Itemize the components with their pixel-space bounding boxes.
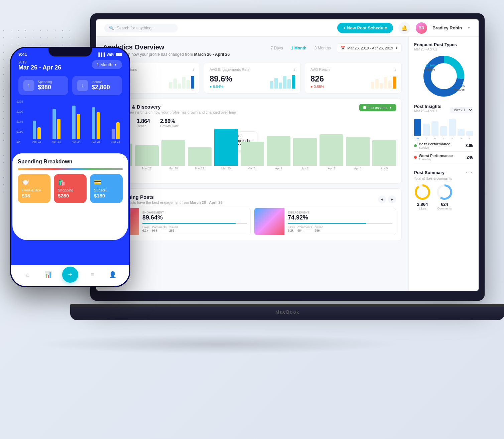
phone-notch [48,48,92,56]
comments-summary: 624 Comments [436,184,453,210]
reach-change: ●0.86% [310,85,324,89]
chart-bar-group: Mar 30 [214,129,238,170]
week-labels: M T W T F S S [414,137,473,140]
right-sidebar: Frequent Post Types Mar 26 - Apr 01 [408,37,479,291]
phone-body: 9:41 ▐▐▐ WiFi ▮▮▮ 2019 Mar 26 - Apr 26 1… [10,47,130,287]
info-icon-2: ℹ [293,67,295,72]
best-perf-value: 8.6k [466,143,473,148]
search-input[interactable]: Search for anything... [117,26,155,30]
chart-bar-group: Mar 27 [135,145,159,170]
likes-summary: 2.864 Likes [414,184,431,210]
engagement-change: ●8.64% [210,85,232,89]
signal-icon: ▐▐▐ [97,52,105,56]
search-bar[interactable]: 🔍 Search for anything... [104,24,178,32]
growth-chart: Mar 30, 2019 2.086 Impressions 1.984 Rea… [109,131,396,178]
posts-grid: ENGAGEMENT 89.64% Likes6.2k Comments984 … [109,208,396,235]
date-range-button[interactable]: 📅 Mar 26, 2019 - Apr 26, 2019 ▼ [337,43,402,52]
week-bars [414,119,473,136]
info-icon: ℹ [193,67,194,72]
income-icon: ↓ [77,80,88,91]
date-controls: 7 Days 1 Month 3 Months 📅 Mar 26, 2019 -… [268,43,402,52]
phone-chart-bars: Apr 22 Apr 23 Apr 24 [16,100,124,143]
phone-time: 9:41 [18,52,27,57]
performing-posts-section: r Performing Posts ee which 4 posts have… [103,188,402,241]
chevron-down-icon: ▼ [395,46,398,50]
summary-charts: 2.864 Likes 624 Comments [414,184,473,210]
period-1month[interactable]: 1 Month [289,44,308,52]
stats-row: AVG Impressions ℹ …648 ▲4% [103,62,402,94]
phone-period-button[interactable]: 1 Month ▼ [92,60,122,69]
worst-perf-value: 246 [467,155,473,160]
phone-chart: $225 $200 $175 $150 $0 Apr 22 [11,100,129,153]
chevron-down-icon-phone: ▼ [114,63,117,66]
svg-point-5 [416,185,429,199]
content-area: Analytics Overview See insights on how y… [96,37,408,291]
next-post-arrow[interactable]: ▶ [388,195,396,203]
post-insights: Post Insights Mar 26 - Apr 01 Week 1 [414,104,473,163]
chart-bar-group: Mar 31 [241,142,264,170]
phone-device: 9:41 ▐▐▐ WiFi ▮▮▮ 2019 Mar 26 - Apr 26 1… [10,47,130,287]
spending-card: ↑ Spending $980 [18,76,68,95]
phone-nav-chart[interactable]: 📊 [42,269,54,281]
phone-screen: 9:41 ▐▐▐ WiFi ▮▮▮ 2019 Mar 26 - Apr 26 1… [11,48,129,286]
subscription-category: 💳 Subscri... $180 [90,174,123,203]
chevron-down-icon-2: ▼ [389,106,392,109]
impressions-filter-button[interactable]: Impressions ▼ [359,104,396,111]
calendar-icon: 📅 [341,46,345,50]
chart-bar-group: Apr 4 [346,137,370,170]
notification-icon[interactable]: 🔔 [398,22,410,34]
svg-point-3 [434,66,454,86]
week-select[interactable]: Week 1 [450,107,473,113]
shopping-category: 🛍️ Shopping $280 [54,174,87,203]
chart-bar-group: Apr 2 [293,138,317,170]
period-3months[interactable]: 3 Months [312,44,333,52]
post2-meta: Likes6.2k Comments984 Saved286 [288,226,392,232]
income-value: $2,860 [92,84,110,91]
user-name: Bradley Robin [432,25,462,30]
laptop-shadow [33,334,401,354]
best-performance-row: Best Performance Sunday 8.6k [414,140,473,152]
period-7days[interactable]: 7 Days [268,44,285,52]
new-post-button[interactable]: + New Post Schedule [337,23,393,33]
wifi-icon: WiFi [107,52,114,56]
post-nav-arrows: ◀ ▶ [378,195,396,203]
phone-date-range: Mar 26 - Apr 26 [18,64,61,71]
info-icon-3: ℹ [394,67,396,72]
phone-chart-y-labels: $225 $200 $175 $150 $0 [16,100,23,143]
food-icon: 🍽️ [22,179,46,186]
engagement-mini-chart [270,75,295,89]
reach-mini-chart [371,75,396,89]
chart-bar-group: Mar 28 [161,140,185,170]
growth-stat-reach: 1.864 Reach [137,118,150,128]
spending-icon: ↑ [23,80,34,91]
donut-videos-label: 27.36% Videos [425,64,436,71]
spending-categories: 🍽️ Food & Bev. $98 🛍️ Shopping $280 💳 Su… [18,174,123,203]
growth-stat-rate: 2.86% Growth Rate [160,118,179,128]
user-dropdown-icon[interactable]: ▼ [467,26,471,30]
post1-meta: Likes6.2k Comments984 Saved286 [142,226,247,232]
stat-card-engagement: AVG Engagements Rate ℹ 89.6% ●8.64% [204,62,301,94]
laptop-bezel: 🔍 Search for anything... + New Post Sche… [90,13,485,301]
growth-section: e Growth & Discovery nts on how See insi… [103,98,402,184]
posts-header: r Performing Posts ee which 4 posts have… [109,194,396,204]
prev-post-arrow[interactable]: ◀ [378,195,386,203]
spending-breakdown-bar [18,168,123,170]
chart-bar-group: Apr 1 [267,136,290,170]
phone-bottom-area: Spending Breakdown 🍽️ Food & Bev. $98 🛍️… [12,153,128,240]
search-icon: 🔍 [109,26,114,30]
summary-more-icon[interactable]: ··· [466,169,473,175]
phone-nav: ⌂ 📊 + ≡ 👤 [11,265,129,286]
phone-nav-add[interactable]: + [62,267,78,283]
avatar: BR [416,22,427,34]
laptop-screen: 🔍 Search for anything... + New Post Sche… [96,19,479,291]
donut-chart: 27.36% Videos 72.64% Images [422,54,466,98]
phone-nav-menu[interactable]: ≡ [86,269,98,281]
subscription-icon: 💳 [94,179,119,186]
battery-icon: ▮▮▮ [116,52,122,56]
laptop-base [70,307,504,320]
phone-nav-home[interactable]: ⌂ [22,269,34,281]
donut-images-label: 72.64% Images [454,84,465,92]
post-image-2 [254,208,284,235]
phone-nav-profile[interactable]: 👤 [107,269,119,281]
phone-year: 2019 [18,60,61,64]
